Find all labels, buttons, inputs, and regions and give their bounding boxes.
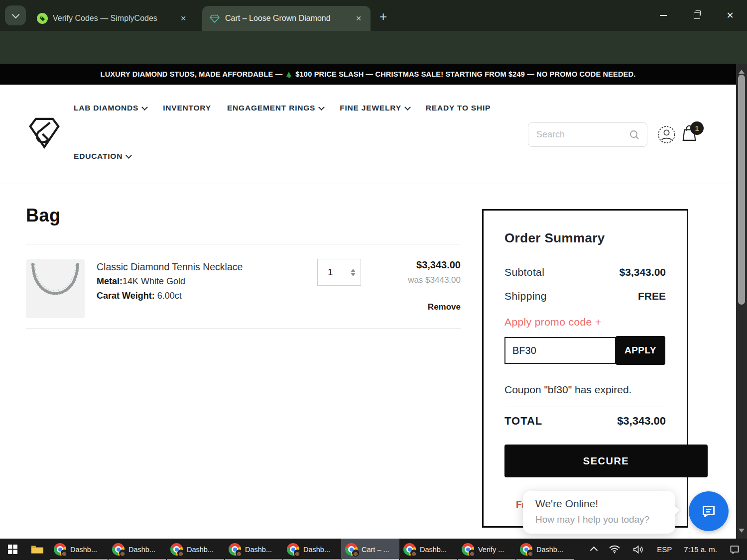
chrome-icon [54, 543, 66, 556]
chrome-icon [462, 543, 474, 556]
product-name[interactable]: Classic Diamond Tennis Necklace [97, 260, 243, 274]
chat-subline: How may I help you today? [535, 514, 675, 525]
profile-badge [410, 550, 417, 557]
language-indicator[interactable]: ESP [657, 545, 672, 554]
scroll-down-icon[interactable] [739, 529, 745, 536]
shipping-row: Shipping FREE [504, 290, 666, 302]
christmas-tree-icon [286, 69, 291, 77]
windows-taskbar: Dashb... Dashb... Dashb... Dashb... Dash… [0, 539, 747, 560]
profile-badge [61, 550, 68, 557]
product-info: Classic Diamond Tennis Necklace Metal:14… [97, 260, 243, 303]
product-carat: Carat Weight: 6.00ct [97, 289, 243, 303]
chevron-down-icon [318, 104, 325, 111]
chevron-down-icon [404, 104, 411, 111]
simplycodes-favicon [37, 13, 48, 24]
taskbar-app-dashboard-2[interactable]: Dashb... [108, 539, 166, 560]
file-explorer-button[interactable] [25, 539, 50, 560]
chevron-down-icon [11, 10, 19, 18]
taskbar-app-dashboard-4[interactable]: Dashb... [225, 539, 283, 560]
account-icon[interactable] [657, 125, 676, 144]
nav-ready-to-ship[interactable]: READY TO SHIP [426, 104, 491, 112]
product-metal: Metal:14K White Gold [97, 274, 243, 289]
clock[interactable]: 7:15 a. m. [684, 545, 717, 554]
product-thumbnail[interactable] [26, 259, 85, 318]
window-minimize-button[interactable] [648, 0, 679, 31]
site-search[interactable] [528, 122, 647, 147]
profile-badge [352, 550, 359, 557]
chrome-icon [403, 543, 416, 556]
promo-code-input[interactable] [504, 337, 616, 364]
speaker-icon[interactable] [632, 545, 645, 555]
promo-banner: LUXURY DIAMOND STUDS, MADE AFFORDABLE — … [0, 64, 736, 85]
banner-text-left: LUXURY DIAMOND STUDS, MADE AFFORDABLE — [101, 70, 283, 78]
order-summary-title: Order Summary [504, 230, 666, 246]
chrome-icon [520, 543, 532, 556]
nav-education[interactable]: EDUCATION [74, 152, 131, 161]
remove-link[interactable]: Remove [351, 302, 461, 312]
banner-text-right: $100 PRICE SLASH — CHRISTMAS SALE! START… [295, 70, 635, 78]
chat-tooltip-arrow [673, 505, 685, 516]
taskbar-app-dashboard-3[interactable]: Dashb... [166, 539, 225, 560]
close-icon[interactable]: ✕ [178, 13, 188, 23]
search-input[interactable] [535, 129, 629, 140]
nav-fine-jewelry[interactable]: FINE JEWELRY [340, 104, 410, 112]
notification-center-icon[interactable] [729, 544, 740, 555]
chrome-icon [229, 543, 241, 556]
tray-expand-icon[interactable] [590, 547, 598, 555]
chrome-icon [345, 543, 358, 556]
shipping-value: FREE [638, 290, 666, 302]
tab-search-button[interactable] [5, 5, 26, 25]
taskbar-app-dashboard-5[interactable]: Dashb... [283, 539, 341, 560]
cart-button[interactable]: 1 [681, 124, 705, 148]
quantity-input[interactable] [327, 266, 344, 278]
taskbar-app-cart-active[interactable]: Cart – ... [341, 539, 399, 560]
nav-inventory[interactable]: INVENTORY [163, 104, 211, 112]
tab-title: Cart – Loose Grown Diamond [225, 14, 349, 23]
price-block: $3,343.00 was $3443.00 [351, 259, 461, 285]
divider [504, 407, 666, 407]
cart-count-badge: 1 [690, 121, 704, 135]
windows-logo-icon [8, 545, 17, 554]
profile-badge [294, 550, 301, 557]
restore-icon [694, 12, 700, 19]
window-close-button[interactable]: ✕ [715, 0, 746, 31]
window-restore-button[interactable] [681, 0, 712, 31]
secure-checkout-button[interactable]: SECURE [504, 445, 708, 477]
chat-launcher-button[interactable] [689, 491, 729, 531]
main-nav-row-2: EDUCATION [74, 152, 131, 161]
tab-verify-codes[interactable]: Verify Codes — SimplyCodes ✕ [30, 6, 195, 31]
coupon-expired-message: Coupon "bf30" has expired. [504, 384, 666, 396]
scroll-up-icon[interactable] [739, 67, 745, 74]
main-nav-row-1: LAB DIAMONDS INVENTORY ENGAGEMENT RINGS … [74, 104, 491, 112]
loose-grown-diamond-logo[interactable] [28, 116, 60, 150]
taskbar-app-dashboard-1[interactable]: Dashb... [50, 539, 108, 560]
page-scrollbar[interactable] [736, 64, 747, 539]
taskbar-app-verify[interactable]: Verify ... [458, 539, 516, 560]
subtotal-value: $3,343.00 [620, 266, 666, 278]
profile-badge [527, 550, 534, 557]
new-tab-button[interactable]: + [379, 9, 387, 24]
item-price: $3,343.00 [351, 259, 461, 271]
profile-badge [177, 550, 184, 557]
item-was-price: was $3443.00 [351, 275, 461, 285]
apply-button[interactable]: APPLY [616, 336, 665, 365]
chrome-icon [112, 543, 124, 556]
search-icon[interactable] [629, 129, 640, 140]
profile-badge [469, 550, 476, 557]
taskbar-app-dashboard-7[interactable]: Dashb... [516, 539, 574, 560]
total-value: $3,343.00 [617, 415, 666, 428]
tab-cart-active[interactable]: Cart – Loose Grown Diamond ✕ [202, 6, 371, 31]
wifi-icon[interactable] [609, 545, 621, 554]
nav-lab-diamonds[interactable]: LAB DIAMONDS [74, 104, 147, 112]
taskbar-app-dashboard-6[interactable]: Dashb... [399, 539, 458, 560]
browser-toolbar: loosegrowndiamond.com/cart/ G a ☆ U ⋮ [0, 31, 747, 64]
scrollbar-thumb[interactable] [738, 75, 745, 305]
page-title: Bag [26, 205, 61, 226]
total-row: TOTAL $3,343.00 [504, 415, 666, 428]
nav-engagement-rings[interactable]: ENGAGEMENT RINGS [227, 104, 324, 112]
apply-promo-link[interactable]: Apply promo code + [504, 316, 666, 328]
close-icon[interactable]: ✕ [354, 13, 364, 23]
subtotal-row: Subtotal $3,343.00 [504, 266, 666, 278]
chrome-icon [287, 543, 299, 556]
start-button[interactable] [0, 539, 25, 560]
